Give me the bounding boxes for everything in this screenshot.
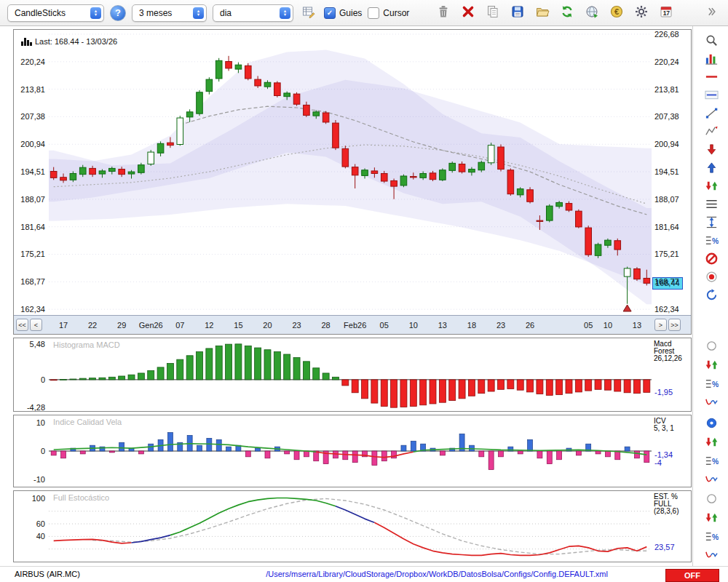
icv-bar: [499, 451, 504, 457]
macd-wave-button[interactable]: [703, 394, 720, 410]
macd-signal-arrows-button[interactable]: [703, 356, 720, 372]
settings-button[interactable]: [632, 4, 651, 23]
tool-signal-arrows-button[interactable]: [703, 178, 720, 194]
candlestick-chart[interactable]: [49, 30, 652, 315]
candle: [186, 112, 193, 117]
candle: [576, 211, 582, 227]
table-edit-button[interactable]: [299, 4, 318, 23]
stoch-signal-arrows-button[interactable]: [703, 509, 720, 525]
candle: [556, 202, 563, 206]
config-path-link[interactable]: /Users/mserra/Library/CloudStorage/Dropb…: [266, 570, 608, 578]
y-tick-label: 175,21: [20, 250, 45, 258]
calendar-button[interactable]: 17: [657, 4, 676, 23]
help-label: ?: [115, 7, 121, 18]
guies-checkbox[interactable]: Guies: [324, 7, 362, 19]
macd-bar: [595, 380, 601, 389]
levels-icon: [705, 197, 719, 211]
x-axis-label: 15: [234, 321, 242, 330]
tool-record-button[interactable]: [703, 268, 720, 284]
tool-block-button[interactable]: [703, 250, 720, 266]
macd-radio-button[interactable]: [703, 338, 720, 354]
stoch-wave-button[interactable]: [703, 547, 720, 563]
candle: [177, 118, 183, 144]
candle: [430, 173, 436, 180]
macd-bar: [498, 380, 505, 389]
x-axis-label: Gen26: [139, 321, 163, 330]
save-button[interactable]: [508, 4, 527, 23]
tool-zigzag-button[interactable]: [703, 123, 720, 139]
macd-bar: [274, 351, 280, 379]
euro-button[interactable]: €: [607, 4, 626, 23]
x-axis-label: 23: [292, 321, 301, 330]
refresh-button[interactable]: [558, 4, 577, 23]
tool-up-arrow-button[interactable]: [703, 159, 720, 175]
interval-select[interactable]: dia ▲▼: [213, 4, 293, 22]
period-select[interactable]: 3 meses ▲▼: [132, 4, 207, 22]
tool-percent-levels-button[interactable]: %: [703, 232, 720, 248]
candle: [342, 148, 349, 167]
icv-bar: [167, 433, 173, 451]
macd-percent-levels-button[interactable]: %: [703, 375, 720, 391]
candle: [333, 123, 339, 148]
candle: [440, 170, 446, 180]
scroll-next-button[interactable]: >: [654, 319, 667, 331]
icv-percent-levels-button[interactable]: %: [703, 453, 720, 469]
copy-button[interactable]: [483, 4, 502, 23]
radio-icon: [705, 339, 719, 353]
y-tick-label: 194,51: [20, 167, 45, 176]
macd-bar: [633, 380, 640, 394]
save-floppy-icon: [510, 4, 525, 21]
macd-histogram-chart[interactable]: [49, 338, 652, 411]
price-chart-panel: 220,24213,81207,38200,94194,51188,07181,…: [13, 29, 692, 335]
candle: [488, 146, 494, 163]
select-stepper-icon: ▲▼: [280, 7, 290, 19]
icv-axis-left: 100-10: [14, 415, 49, 487]
macd-bar: [323, 373, 329, 380]
cursor-checkbox[interactable]: Cursor: [368, 7, 409, 19]
off-toggle-button[interactable]: OFF: [665, 569, 719, 582]
tool-red-line-button[interactable]: [703, 68, 720, 84]
down-arrow-icon: [705, 143, 719, 156]
vertical-range-icon: [705, 215, 719, 229]
x-axis-label: 23: [496, 321, 505, 330]
scroll-first-button[interactable]: <<: [16, 319, 28, 331]
indicator-params-label: 5, 3, 1: [654, 425, 674, 432]
tool-blue-line-button[interactable]: [703, 87, 720, 103]
tool-trend-line-button[interactable]: [703, 105, 720, 121]
icv-bar: [634, 451, 639, 458]
icv-bar: [547, 451, 552, 464]
tool-zoom-button[interactable]: [703, 32, 720, 48]
scroll-prev-button[interactable]: <: [30, 319, 42, 331]
icv-wave-button[interactable]: [703, 471, 720, 487]
trash-button[interactable]: [434, 4, 453, 23]
candle: [138, 165, 145, 173]
icv-bar: [576, 451, 581, 455]
delete-button[interactable]: [459, 4, 478, 23]
y-tick-label: 213,81: [20, 85, 45, 94]
candle: [109, 168, 116, 171]
signal-arrows-icon: [705, 358, 719, 372]
help-button[interactable]: ?: [110, 5, 126, 21]
macd-bar: [108, 377, 115, 380]
stochastic-chart[interactable]: [49, 491, 652, 562]
scroll-last-button[interactable]: >>: [668, 319, 681, 331]
macd-bar: [226, 344, 232, 380]
stoch-radio-button[interactable]: [703, 490, 720, 506]
icv-bar: [411, 441, 416, 451]
tool-reload-button[interactable]: [703, 287, 720, 303]
icv-radio-button[interactable]: [703, 415, 720, 431]
tool-down-arrow-button[interactable]: [703, 141, 720, 157]
chart-type-select[interactable]: CandleSticks ▲▼: [7, 4, 104, 22]
tool-chart-style-button[interactable]: [703, 50, 720, 66]
icv-chart[interactable]: [49, 415, 652, 487]
svg-text:%: %: [711, 380, 718, 388]
icv-signal-arrows-button[interactable]: [703, 434, 720, 450]
toolbar-collapse-button[interactable]: [702, 4, 721, 23]
tool-vertical-range-button[interactable]: [703, 214, 720, 230]
open-folder-button[interactable]: [533, 4, 552, 23]
tool-levels-button[interactable]: [703, 196, 720, 212]
icv-bar: [256, 448, 261, 451]
globe-button[interactable]: [582, 4, 601, 23]
macd-bar: [215, 346, 222, 380]
stoch-percent-levels-button[interactable]: %: [703, 528, 720, 544]
